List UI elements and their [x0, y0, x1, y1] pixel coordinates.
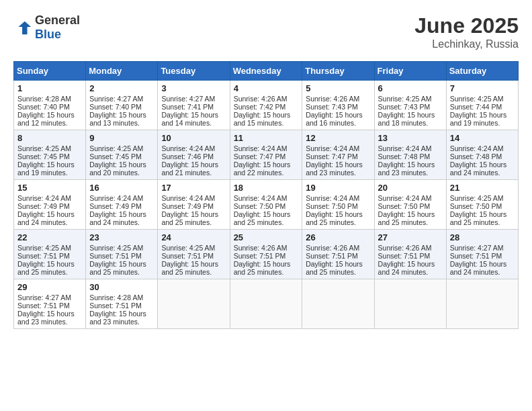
sunrise-text: Sunrise: 4:27 AM	[89, 95, 143, 103]
col-sunday: Sunday	[14, 62, 86, 81]
sunrise-text: Sunrise: 4:26 AM	[234, 95, 287, 103]
daylight-text: Daylight: 15 hours and 25 minutes.	[378, 210, 435, 226]
calendar-cell: 25 Sunrise: 4:26 AM Sunset: 7:51 PM Dayl…	[230, 230, 302, 279]
day-number: 3	[161, 83, 226, 93]
daylight-text: Daylight: 15 hours and 24 minutes.	[378, 260, 435, 276]
calendar-cell	[158, 279, 230, 329]
calendar-cell: 1 Sunrise: 4:28 AM Sunset: 7:40 PM Dayli…	[14, 81, 86, 130]
daylight-text: Daylight: 15 hours and 24 minutes.	[89, 210, 146, 226]
calendar-week-row: 15 Sunrise: 4:24 AM Sunset: 7:49 PM Dayl…	[14, 180, 519, 230]
daylight-text: Daylight: 15 hours and 14 minutes.	[161, 111, 218, 127]
logo-icon	[13, 18, 32, 37]
sunset-text: Sunset: 7:50 PM	[234, 202, 286, 210]
day-number: 19	[306, 183, 370, 193]
daylight-text: Daylight: 15 hours and 19 minutes.	[450, 111, 507, 127]
day-number: 16	[89, 183, 154, 193]
calendar-cell: 3 Sunrise: 4:27 AM Sunset: 7:41 PM Dayli…	[158, 81, 230, 130]
sunset-text: Sunset: 7:45 PM	[89, 152, 142, 161]
day-number: 6	[378, 83, 443, 93]
calendar-cell: 7 Sunrise: 4:25 AM Sunset: 7:44 PM Dayli…	[446, 81, 518, 130]
sunset-text: Sunset: 7:51 PM	[17, 302, 70, 310]
sunset-text: Sunset: 7:46 PM	[161, 152, 214, 161]
sunset-text: Sunset: 7:51 PM	[17, 252, 70, 260]
daylight-text: Daylight: 15 hours and 13 minutes.	[89, 111, 146, 127]
sunrise-text: Sunrise: 4:25 AM	[378, 95, 432, 103]
day-number: 22	[17, 232, 82, 242]
day-number: 24	[161, 232, 226, 242]
calendar-cell: 8 Sunrise: 4:25 AM Sunset: 7:45 PM Dayli…	[14, 130, 86, 180]
sunrise-text: Sunrise: 4:26 AM	[306, 95, 359, 103]
col-wednesday: Wednesday	[230, 62, 302, 81]
title-block: June 2025 Lechinkay, Russia	[414, 13, 519, 50]
logo-general-text: General	[35, 13, 80, 27]
sunrise-text: Sunrise: 4:28 AM	[89, 293, 143, 302]
sunset-text: Sunset: 7:45 PM	[17, 152, 70, 161]
day-number: 12	[306, 133, 370, 143]
sunset-text: Sunset: 7:42 PM	[234, 103, 286, 111]
day-number: 25	[234, 232, 299, 242]
col-monday: Monday	[86, 62, 158, 81]
sunrise-text: Sunrise: 4:24 AM	[378, 194, 432, 202]
daylight-text: Daylight: 15 hours and 23 minutes.	[17, 310, 75, 326]
sunset-text: Sunset: 7:47 PM	[234, 152, 286, 161]
calendar-cell	[230, 279, 302, 329]
sunrise-text: Sunrise: 4:25 AM	[450, 194, 504, 202]
sunrise-text: Sunrise: 4:24 AM	[378, 144, 432, 152]
day-number: 23	[89, 232, 154, 242]
daylight-text: Daylight: 15 hours and 16 minutes.	[306, 111, 363, 127]
sunset-text: Sunset: 7:49 PM	[161, 202, 214, 210]
sunrise-text: Sunrise: 4:24 AM	[234, 144, 287, 152]
sunset-text: Sunset: 7:40 PM	[17, 103, 70, 111]
location-title: Lechinkay, Russia	[414, 38, 519, 50]
calendar-cell: 2 Sunrise: 4:27 AM Sunset: 7:40 PM Dayli…	[86, 81, 158, 130]
calendar-cell: 26 Sunrise: 4:26 AM Sunset: 7:51 PM Dayl…	[302, 230, 374, 279]
sunset-text: Sunset: 7:43 PM	[378, 103, 431, 111]
day-number: 13	[378, 133, 443, 143]
sunset-text: Sunset: 7:40 PM	[89, 103, 142, 111]
page-header: General Blue June 2025 Lechinkay, Russia	[13, 13, 519, 50]
daylight-text: Daylight: 15 hours and 25 minutes.	[234, 210, 291, 226]
day-number: 18	[234, 183, 299, 193]
calendar-cell: 6 Sunrise: 4:25 AM Sunset: 7:43 PM Dayli…	[374, 81, 446, 130]
sunrise-text: Sunrise: 4:25 AM	[89, 144, 143, 152]
sunset-text: Sunset: 7:48 PM	[450, 152, 502, 161]
logo-blue-text: Blue	[35, 28, 61, 41]
day-number: 30	[89, 282, 154, 292]
daylight-text: Daylight: 15 hours and 24 minutes.	[17, 210, 75, 226]
sunset-text: Sunset: 7:51 PM	[306, 252, 358, 260]
daylight-text: Daylight: 15 hours and 20 minutes.	[89, 161, 146, 177]
day-number: 20	[378, 183, 443, 193]
calendar-cell: 11 Sunrise: 4:24 AM Sunset: 7:47 PM Dayl…	[230, 130, 302, 180]
sunrise-text: Sunrise: 4:27 AM	[161, 95, 215, 103]
sunrise-text: Sunrise: 4:24 AM	[161, 144, 215, 152]
sunset-text: Sunset: 7:49 PM	[89, 202, 142, 210]
sunrise-text: Sunrise: 4:24 AM	[161, 194, 215, 202]
daylight-text: Daylight: 15 hours and 25 minutes.	[17, 260, 75, 276]
calendar-cell: 12 Sunrise: 4:24 AM Sunset: 7:47 PM Dayl…	[302, 130, 374, 180]
col-tuesday: Tuesday	[158, 62, 230, 81]
sunset-text: Sunset: 7:51 PM	[89, 252, 142, 260]
calendar-week-row: 1 Sunrise: 4:28 AM Sunset: 7:40 PM Dayli…	[14, 81, 519, 130]
sunset-text: Sunset: 7:41 PM	[161, 103, 214, 111]
daylight-text: Daylight: 15 hours and 24 minutes.	[450, 260, 507, 276]
sunset-text: Sunset: 7:44 PM	[450, 103, 502, 111]
calendar-cell	[374, 279, 446, 329]
calendar-cell: 28 Sunrise: 4:27 AM Sunset: 7:51 PM Dayl…	[446, 230, 518, 279]
day-number: 26	[306, 232, 370, 242]
day-number: 1	[17, 83, 82, 93]
sunset-text: Sunset: 7:50 PM	[306, 202, 358, 210]
sunrise-text: Sunrise: 4:27 AM	[450, 244, 504, 252]
day-number: 15	[17, 183, 82, 193]
daylight-text: Daylight: 15 hours and 21 minutes.	[161, 161, 218, 177]
daylight-text: Daylight: 15 hours and 23 minutes.	[378, 161, 435, 177]
calendar-cell	[302, 279, 374, 329]
daylight-text: Daylight: 15 hours and 18 minutes.	[378, 111, 435, 127]
calendar-cell: 18 Sunrise: 4:24 AM Sunset: 7:50 PM Dayl…	[230, 180, 302, 230]
daylight-text: Daylight: 15 hours and 23 minutes.	[89, 310, 146, 326]
calendar-cell: 29 Sunrise: 4:27 AM Sunset: 7:51 PM Dayl…	[14, 279, 86, 329]
calendar-cell: 9 Sunrise: 4:25 AM Sunset: 7:45 PM Dayli…	[86, 130, 158, 180]
sunrise-text: Sunrise: 4:24 AM	[306, 144, 359, 152]
sunset-text: Sunset: 7:49 PM	[17, 202, 70, 210]
day-number: 29	[17, 282, 82, 292]
daylight-text: Daylight: 15 hours and 25 minutes.	[234, 260, 291, 276]
